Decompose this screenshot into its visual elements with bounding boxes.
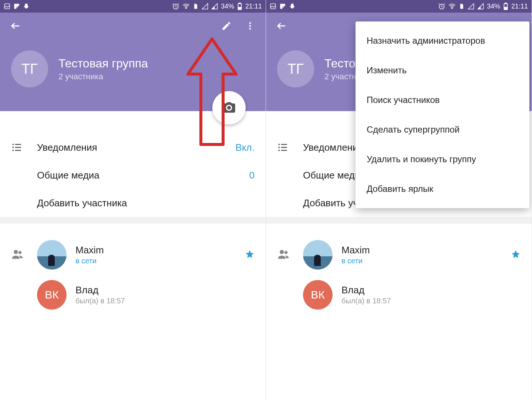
svg-rect-8 [238,7,241,9]
member-status: был(а) в 18:57 [75,297,255,305]
member-avatar[interactable] [37,240,67,270]
camera-button[interactable] [212,91,246,124]
flipboard-icon [279,3,286,10]
flipboard-icon [13,3,20,10]
star-icon [245,249,255,260]
menu-search-members[interactable]: Поиск участников [356,85,529,115]
svg-rect-15 [15,147,21,148]
menu-add-shortcut[interactable]: Добавить ярлык [356,174,529,204]
battery-pct: 34% [487,3,500,10]
notifications-row[interactable]: Уведомления Вкл. [0,133,266,161]
svg-point-31 [278,147,280,148]
avatar-initials: ВК [45,289,59,301]
star-icon [511,249,521,260]
svg-point-12 [12,144,14,145]
svg-point-9 [249,22,251,24]
member-name: Влад [75,284,255,296]
svg-point-16 [12,150,14,151]
add-member-label: Добавить участника [37,197,255,209]
svg-rect-3 [16,6,18,7]
avatar-initials: ВК [311,289,325,301]
member-row[interactable]: ВК Влад был(а) в 18:57 [277,275,521,315]
svg-point-14 [12,147,14,148]
status-bar: 34% 21:11 [0,0,266,13]
back-button[interactable] [273,18,290,34]
screen-right: 34% 21:11 ТГ Тестовая группа 2 участника [266,0,532,400]
edit-button[interactable] [218,18,235,34]
svg-point-18 [14,250,18,254]
image-icon [4,3,10,10]
svg-point-36 [284,251,288,254]
section-divider [266,217,532,224]
member-row[interactable]: ВК Влад был(а) в 18:57 [11,275,255,315]
svg-rect-27 [505,3,506,4]
svg-point-35 [280,250,284,254]
shared-media-label: Общие медиа [37,170,249,181]
menu-assign-admins[interactable]: Назначить администраторов [356,26,529,56]
sim-icon [459,3,465,10]
svg-rect-30 [281,144,287,145]
clock-time: 21:11 [511,3,528,10]
battery-icon [237,3,242,10]
avatar-initials: ТГ [21,61,38,77]
snapchat-icon [289,3,296,10]
member-avatar[interactable] [303,240,333,270]
svg-point-19 [18,251,22,254]
svg-point-10 [249,25,251,27]
clock-time: 21:11 [245,3,262,10]
notifications-value: Вкл. [236,142,255,153]
alarm-icon [172,3,179,10]
svg-rect-32 [281,147,287,148]
signal-icon-2 [477,3,484,10]
member-avatar[interactable]: ВК [303,280,333,310]
image-icon [270,3,276,10]
group-avatar[interactable]: ТГ [277,50,314,87]
svg-rect-17 [15,150,21,151]
menu-delete-leave[interactable]: Удалить и покинуть группу [356,144,529,174]
battery-icon [503,3,508,10]
group-subtitle: 2 участника [58,72,148,81]
member-row[interactable]: Maxim в сети [277,235,521,275]
list-icon [11,141,37,153]
wifi-icon [182,3,190,10]
svg-rect-13 [15,144,21,145]
screen-left: 34% 21:11 ТГ Тестовая группа [0,0,266,400]
svg-point-33 [278,150,280,151]
add-member-row[interactable]: Добавить участника [0,189,266,217]
group-header: ТГ Тестовая группа 2 участника [0,13,266,111]
svg-rect-21 [280,4,282,9]
member-row[interactable]: Maxim в сети [11,235,255,275]
svg-rect-2 [16,4,19,6]
member-avatar[interactable]: ВК [37,280,67,310]
signal-icon-1 [202,3,208,10]
signal-icon-2 [211,3,218,10]
back-button[interactable] [7,18,24,34]
svg-rect-22 [282,4,285,6]
menu-make-supergroup[interactable]: Сделать супергруппой [356,115,529,144]
battery-pct: 34% [221,3,234,10]
svg-rect-28 [504,7,507,9]
people-icon [11,248,37,262]
options-menu: Назначить администраторов Изменить Поиск… [356,21,529,208]
svg-point-5 [186,8,187,9]
member-name: Влад [341,284,521,296]
group-avatar[interactable]: ТГ [11,50,48,87]
svg-point-11 [249,28,251,30]
sim-icon [193,3,199,10]
svg-point-29 [278,144,280,145]
status-bar: 34% 21:11 [266,0,532,13]
member-status: в сети [341,257,511,265]
menu-edit[interactable]: Изменить [356,56,529,85]
people-icon [277,248,303,262]
svg-point-25 [452,8,453,9]
svg-rect-23 [282,6,284,7]
more-button[interactable] [242,18,258,34]
notifications-label: Уведомления [37,142,236,153]
list-icon [277,141,303,153]
shared-media-row[interactable]: Общие медиа 0 [0,161,266,189]
shared-media-value: 0 [249,170,255,181]
svg-rect-34 [281,150,287,151]
svg-rect-7 [239,3,240,4]
section-divider [0,217,266,224]
signal-icon-1 [468,3,474,10]
